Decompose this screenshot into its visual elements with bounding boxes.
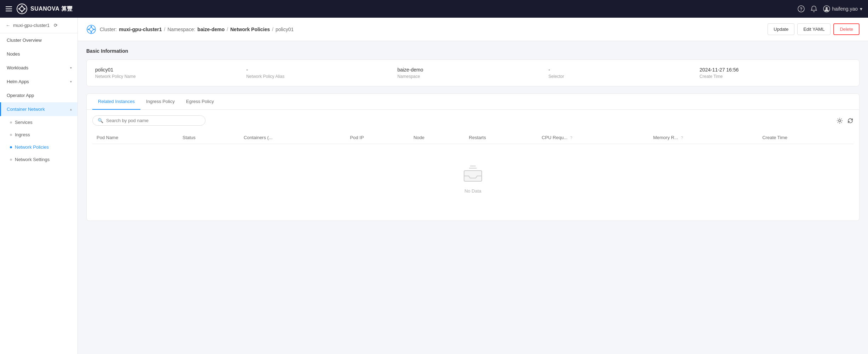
info-item-alias: - Network Policy Alias [246,67,397,79]
sidebar-label-services: Services [15,120,33,125]
svg-point-1 [20,7,24,11]
tabs-card: Related Instances Ingress Policy Egress … [86,93,860,221]
sidebar-item-cluster-overview[interactable]: Cluster Overview [0,33,77,47]
sidebar-sub-item-network-settings[interactable]: Network Settings [0,153,77,166]
breadcrumb-network-policies: Network Policies [230,27,270,32]
sidebar-label-ingress: Ingress [15,132,30,137]
refresh-icon[interactable]: ⟳ [54,23,58,28]
namespace-value: baize-demo [397,67,541,73]
logo-icon [16,3,28,15]
svg-point-12 [91,26,92,27]
info-item-namespace: baize-demo Namespace [397,67,548,79]
cpu-req-help-icon[interactable]: ? [570,136,572,140]
empty-state: No Data [92,144,853,215]
help-icon[interactable]: ? [798,5,805,12]
search-input[interactable] [106,118,200,123]
user-menu[interactable]: haifeng.yao ▾ [823,5,862,12]
col-containers: Containers (... [239,131,346,144]
sidebar-sub-item-ingress[interactable]: Ingress [0,129,77,141]
svg-point-9 [826,7,828,9]
dot-active-icon [10,146,12,148]
chevron-down-icon: ▾ [70,80,72,84]
policy-name-value: policy01 [95,67,239,73]
selector-value: - [549,67,693,73]
create-time-value: 2024-11-27 16:56 [700,67,844,73]
sidebar-item-nodes[interactable]: Nodes [0,47,77,61]
sidebar-item-container-network[interactable]: Container Network ▴ [0,102,77,116]
refresh-table-icon[interactable] [847,118,853,124]
navbar-right: ? haifeng.yao ▾ [798,5,862,12]
breadcrumb-policy-name: policy01 [276,27,294,32]
delete-button[interactable]: Delete [833,23,860,35]
table-wrap: Pod Name Status Containers (... Pod IP N… [92,131,853,215]
svg-point-13 [91,32,92,33]
search-input-wrap[interactable]: 🔍 [92,115,206,126]
alias-label: Network Policy Alias [246,74,390,79]
main-content: Cluster: muxi-gpu-cluster1 / Namespace: … [78,18,868,354]
back-cluster-label: muxi-gpu-cluster1 [13,23,50,28]
tab-egress-policy[interactable]: Egress Policy [180,94,220,110]
svg-point-11 [89,28,93,31]
breadcrumb-sep3: / [272,27,273,32]
sidebar-label-network-settings: Network Settings [15,157,50,162]
search-icon: 🔍 [98,118,103,123]
svg-point-14 [88,29,89,30]
svg-point-4 [18,8,20,10]
dot-icon [10,159,12,161]
sidebar-item-operator-app[interactable]: Operator App [0,88,77,102]
sidebar-sub-item-services[interactable]: Services [0,116,77,129]
svg-point-5 [24,8,25,10]
breadcrumb: Cluster: muxi-gpu-cluster1 / Namespace: … [86,24,294,34]
tab-related-instances[interactable]: Related Instances [92,94,140,110]
tabs-header: Related Instances Ingress Policy Egress … [87,94,859,110]
bell-icon[interactable] [810,5,817,12]
pods-table: Pod Name Status Containers (... Pod IP N… [92,131,853,144]
alias-value: - [246,67,390,73]
col-memory-req: Memory R... ? [649,131,758,144]
content-header: Cluster: muxi-gpu-cluster1 / Namespace: … [78,18,868,41]
sidebar-item-workloads[interactable]: Workloads ▾ [0,61,77,75]
svg-text:?: ? [800,7,802,12]
svg-point-15 [93,29,95,30]
breadcrumb-namespace-label: Namespace: [167,27,195,32]
update-button[interactable]: Update [768,23,794,35]
navbar: SUANOVA 算豐 ? haifeng.yao ▾ [0,0,868,18]
col-node: Node [409,131,465,144]
sidebar-label-network-policies: Network Policies [15,144,49,150]
page-content: Basic Information policy01 Network Polic… [78,41,868,228]
breadcrumb-sep2: / [227,27,228,32]
tab-content-related-instances: 🔍 [87,110,859,221]
info-item-selector: - Selector [549,67,700,79]
col-restarts: Restarts [465,131,538,144]
dot-icon [10,121,12,124]
sidebar-item-helm-apps[interactable]: Helm Apps ▾ [0,75,77,88]
sidebar-back-button[interactable]: ← muxi-gpu-cluster1 ⟳ [0,18,77,33]
back-arrow-icon: ← [6,23,10,28]
breadcrumb-namespace-value: baize-demo [197,27,225,32]
sidebar-label-operator-app: Operator App [7,93,34,98]
info-item-create-time: 2024-11-27 16:56 Create Time [700,67,851,79]
svg-point-16 [839,120,841,122]
sidebar-sub-item-network-policies[interactable]: Network Policies [0,141,77,153]
cluster-icon [86,24,96,34]
username-text: haifeng.yao [832,6,858,12]
selector-label: Selector [549,74,693,79]
breadcrumb-cluster-label: Cluster: [100,27,117,32]
breadcrumb-sep1: / [164,27,166,32]
settings-icon[interactable] [837,118,843,124]
sidebar-label-workloads: Workloads [7,65,28,70]
hamburger-button[interactable] [6,6,12,11]
breadcrumb-cluster-value: muxi-gpu-cluster1 [119,27,162,32]
col-pod-ip: Pod IP [346,131,409,144]
sidebar-label-nodes: Nodes [7,51,20,57]
edit-yaml-button[interactable]: Edit YAML [797,23,831,35]
app-layout: ← muxi-gpu-cluster1 ⟳ Cluster Overview N… [0,18,868,354]
policy-name-label: Network Policy Name [95,74,239,79]
sidebar-label-helm-apps: Helm Apps [7,79,29,84]
col-pod-name: Pod Name [92,131,178,144]
col-cpu-req: CPU Requ... ? [538,131,649,144]
toolbar-icons [837,118,853,124]
memory-req-help-icon[interactable]: ? [681,136,683,140]
sidebar-label-cluster-overview: Cluster Overview [7,38,42,43]
tab-ingress-policy[interactable]: Ingress Policy [140,94,180,110]
